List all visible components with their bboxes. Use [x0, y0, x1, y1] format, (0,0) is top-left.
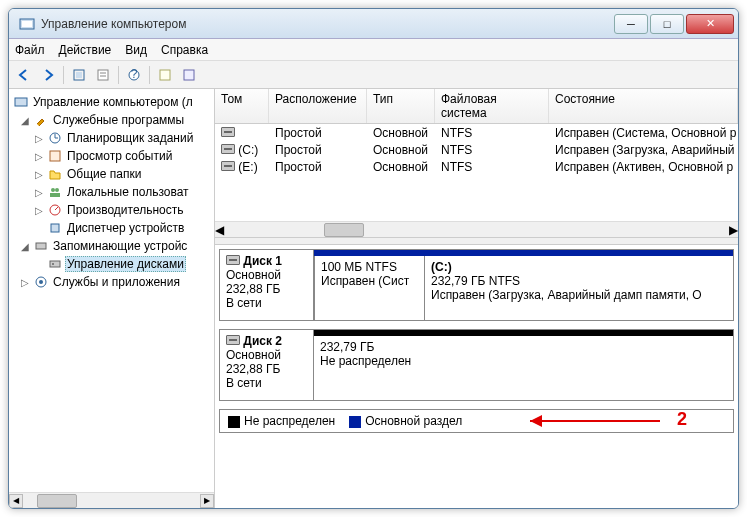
list-button[interactable] — [178, 64, 200, 86]
volume-icon — [221, 144, 235, 154]
collapse-icon[interactable]: ◢ — [19, 115, 31, 126]
volume-row[interactable]: (E:) Простой Основной NTFS Исправен (Акт… — [215, 158, 738, 175]
collapse-icon[interactable]: ◢ — [19, 241, 31, 252]
menu-view[interactable]: Вид — [125, 43, 147, 57]
clock-icon — [47, 130, 63, 146]
forward-button[interactable] — [37, 64, 59, 86]
event-icon — [47, 148, 63, 164]
up-button[interactable] — [68, 64, 90, 86]
tree-utilities[interactable]: ◢ Служебные программы — [9, 111, 214, 129]
content-panel: Том Расположение Тип Файловая система Со… — [215, 89, 738, 508]
svg-rect-1 — [22, 21, 32, 27]
disk-1-partition-2[interactable]: (C:) 232,79 ГБ NTFS Исправен (Загрузка, … — [424, 256, 733, 320]
scroll-left-icon[interactable]: ◀ — [215, 223, 224, 237]
svg-text:?: ? — [131, 68, 138, 81]
svg-rect-10 — [184, 70, 194, 80]
legend-primary: Основной раздел — [349, 414, 462, 428]
perf-icon — [47, 202, 63, 218]
svg-rect-18 — [50, 193, 60, 197]
window: Управление компьютером ─ □ ✕ Файл Действ… — [8, 8, 739, 509]
back-button[interactable] — [13, 64, 35, 86]
tree-shared[interactable]: ▷ Общие папки — [9, 165, 214, 183]
tree-hscrollbar[interactable]: ◀ ▶ — [9, 492, 214, 508]
grid-hscrollbar[interactable]: ◀ ▶ — [215, 221, 738, 237]
splitter[interactable] — [215, 237, 738, 245]
help-button[interactable]: ? — [123, 64, 145, 86]
svg-point-26 — [39, 280, 43, 284]
scroll-left-icon[interactable]: ◀ — [9, 494, 23, 508]
expand-icon[interactable]: ▷ — [33, 205, 45, 216]
tree-perf[interactable]: ▷ Производительность — [9, 201, 214, 219]
svg-rect-4 — [98, 70, 108, 80]
expand-icon[interactable]: ▷ — [33, 169, 45, 180]
col-fs[interactable]: Файловая система — [435, 89, 549, 123]
folder-icon — [47, 166, 63, 182]
tree-services[interactable]: ▷ Службы и приложения — [9, 273, 214, 291]
tree-root[interactable]: Управление компьютером (л — [9, 93, 214, 111]
menubar: Файл Действие Вид Справка — [9, 39, 738, 61]
device-icon — [47, 220, 63, 236]
scroll-right-icon[interactable]: ▶ — [200, 494, 214, 508]
col-type[interactable]: Тип — [367, 89, 435, 123]
svg-rect-15 — [50, 151, 60, 161]
tree-localusers[interactable]: ▷ Локальные пользоват — [9, 183, 214, 201]
svg-rect-21 — [51, 224, 59, 232]
svg-rect-22 — [36, 243, 46, 249]
tree-panel: Управление компьютером (л ◢ Служебные пр… — [9, 89, 215, 508]
legend-unallocated: Не распределен — [228, 414, 335, 428]
window-title: Управление компьютером — [41, 17, 614, 31]
users-icon — [47, 184, 63, 200]
disk-1-partition-1[interactable]: 100 МБ NTFS Исправен (Сист — [314, 256, 424, 320]
scroll-right-icon[interactable]: ▶ — [729, 223, 738, 237]
toolbar: ? — [9, 61, 738, 89]
volume-icon — [221, 161, 235, 171]
svg-point-16 — [51, 188, 55, 192]
col-volume[interactable]: Том — [215, 89, 269, 123]
scroll-thumb[interactable] — [37, 494, 77, 508]
svg-rect-11 — [15, 98, 27, 106]
expand-icon[interactable]: ▷ — [33, 133, 45, 144]
properties-button[interactable] — [92, 64, 114, 86]
services-icon — [33, 274, 49, 290]
volume-row[interactable]: Простой Основной NTFS Исправен (Система,… — [215, 124, 738, 141]
disk-icon — [47, 256, 63, 272]
app-icon — [19, 16, 35, 32]
maximize-button[interactable]: □ — [650, 14, 684, 34]
disk-layout-panel: Диск 1 Основной 232,88 ГБ В сети 100 МБ … — [215, 245, 738, 508]
tree-storage[interactable]: ◢ Запоминающие устройс — [9, 237, 214, 255]
volume-row[interactable]: (C:) Простой Основной NTFS Исправен (Заг… — [215, 141, 738, 158]
disk-2-info: Диск 2 Основной 232,88 ГБ В сети — [220, 330, 314, 400]
disk-2-unallocated[interactable]: 232,79 ГБ Не распределен — [314, 336, 733, 400]
minimize-button[interactable]: ─ — [614, 14, 648, 34]
menu-help[interactable]: Справка — [161, 43, 208, 57]
svg-rect-3 — [76, 72, 82, 78]
tree-scheduler[interactable]: ▷ Планировщик заданий — [9, 129, 214, 147]
titlebar: Управление компьютером ─ □ ✕ — [9, 9, 738, 39]
close-button[interactable]: ✕ — [686, 14, 734, 34]
legend: Не распределен Основной раздел — [219, 409, 734, 433]
storage-icon — [33, 238, 49, 254]
expand-icon[interactable]: ▷ — [19, 277, 31, 288]
disk-2[interactable]: Диск 2 Основной 232,88 ГБ В сети 232,79 … — [219, 329, 734, 401]
menu-action[interactable]: Действие — [59, 43, 112, 57]
disk-1[interactable]: Диск 1 Основной 232,88 ГБ В сети 100 МБ … — [219, 249, 734, 321]
volume-icon — [221, 127, 235, 137]
tree-eventviewer[interactable]: ▷ Просмотр событий — [9, 147, 214, 165]
refresh-button[interactable] — [154, 64, 176, 86]
tree-diskmgmt[interactable]: Управление дисками — [9, 255, 214, 273]
volume-grid-body: Простой Основной NTFS Исправен (Система,… — [215, 124, 738, 175]
svg-point-17 — [55, 188, 59, 192]
svg-point-24 — [52, 263, 54, 265]
disk-1-info: Диск 1 Основной 232,88 ГБ В сети — [220, 250, 314, 320]
tree-devmgr[interactable]: Диспетчер устройств — [9, 219, 214, 237]
expand-icon[interactable]: ▷ — [33, 151, 45, 162]
mmc-icon — [13, 94, 29, 110]
tools-icon — [33, 112, 49, 128]
col-status[interactable]: Состояние — [549, 89, 738, 123]
scroll-thumb[interactable] — [324, 223, 364, 237]
svg-rect-9 — [160, 70, 170, 80]
col-layout[interactable]: Расположение — [269, 89, 367, 123]
disk-icon: Диск 1 — [226, 254, 307, 268]
expand-icon[interactable]: ▷ — [33, 187, 45, 198]
menu-file[interactable]: Файл — [15, 43, 45, 57]
